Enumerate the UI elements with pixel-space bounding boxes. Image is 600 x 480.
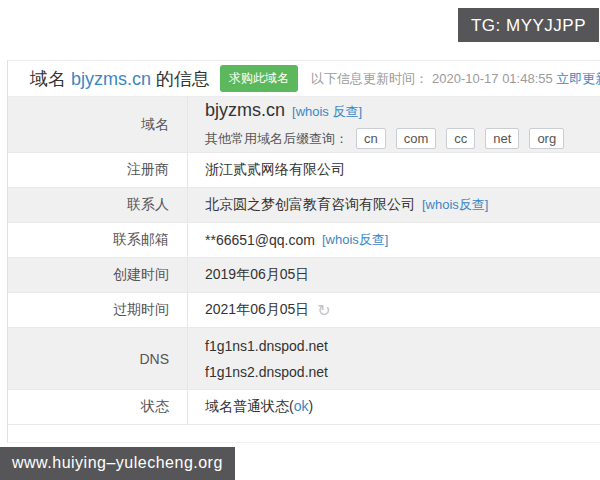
- watermark-url-badge: www.huiying–yulecheng.org: [0, 447, 235, 480]
- dns-server-2: f1g1ns2.dnspod.net: [205, 359, 328, 385]
- table-row-domain: 域名 bjyzms.cn [whois 反查] 其他常用域名后缀查询： cn c…: [8, 97, 600, 153]
- dns-server-1: f1g1ns1.dnspod.net: [205, 333, 328, 359]
- suffix-query-label: 其他常用域名后缀查询：: [205, 130, 348, 148]
- refresh-now-link[interactable]: 立即更新: [556, 71, 600, 86]
- suffix-button-org[interactable]: org: [529, 128, 564, 149]
- row-value-domain: bjyzms.cn [whois 反查] 其他常用域名后缀查询： cn com …: [188, 97, 600, 152]
- status-value-suffix: ): [308, 398, 313, 414]
- update-time-value: 2020-10-17 01:48:55: [432, 71, 553, 86]
- page-title: 域名bjyzms.cn的信息: [30, 67, 210, 91]
- row-label-contact: 联系人: [8, 188, 188, 222]
- registrar-value: 浙江贰贰网络有限公司: [205, 161, 345, 179]
- expiry-date-value: 2021年06月05日: [205, 301, 309, 319]
- email-value: **66651@qq.com: [205, 232, 315, 248]
- domain-name-text: bjyzms.cn: [205, 100, 285, 121]
- page-title-suffix: 的信息: [156, 69, 210, 89]
- page-title-domain: bjyzms.cn: [71, 69, 151, 89]
- row-label-created: 创建时间: [8, 258, 188, 292]
- suffix-button-cn[interactable]: cn: [356, 128, 386, 149]
- table-row-contact: 联系人 北京圆之梦创富教育咨询有限公司 [whois反查]: [8, 188, 600, 223]
- suffix-button-net[interactable]: net: [485, 128, 519, 149]
- whois-reverse-link-email[interactable]: [whois反查]: [322, 231, 388, 249]
- row-label-expiry: 过期时间: [8, 293, 188, 327]
- status-ok-link[interactable]: ok: [294, 398, 309, 414]
- status-value: 域名普通状态(ok): [205, 398, 313, 416]
- table-row-expiry: 过期时间 2021年06月05日 ↻: [8, 293, 600, 328]
- refresh-icon[interactable]: ↻: [317, 301, 330, 320]
- update-time-label: 以下信息更新时间：: [311, 71, 428, 86]
- created-date-value: 2019年06月05日: [205, 266, 309, 284]
- row-label-registrar: 注册商: [8, 153, 188, 187]
- row-label-dns: DNS: [8, 328, 188, 389]
- table-row-registrar: 注册商 浙江贰贰网络有限公司: [8, 153, 600, 188]
- panel-header: 域名bjyzms.cn的信息 求购此域名 以下信息更新时间：2020-10-17…: [8, 61, 600, 96]
- tg-contact-badge: TG: MYYJJPP: [458, 8, 599, 42]
- suffix-button-cc[interactable]: cc: [446, 128, 475, 149]
- whois-reverse-link-domain[interactable]: [whois 反查]: [292, 103, 362, 121]
- contact-value: 北京圆之梦创富教育咨询有限公司: [205, 196, 415, 214]
- whois-reverse-link-contact[interactable]: [whois反查]: [422, 196, 488, 214]
- table-row-email: 联系邮箱 **66651@qq.com [whois反查]: [8, 223, 600, 258]
- whois-info-table: 域名 bjyzms.cn [whois 反查] 其他常用域名后缀查询： cn c…: [8, 96, 600, 425]
- row-label-email: 联系邮箱: [8, 223, 188, 257]
- row-label-domain: 域名: [8, 97, 188, 152]
- table-row-created: 创建时间 2019年06月05日: [8, 258, 600, 293]
- buy-domain-button[interactable]: 求购此域名: [220, 65, 298, 92]
- page-title-prefix: 域名: [30, 69, 66, 89]
- table-row-dns: DNS f1g1ns1.dnspod.net f1g1ns2.dnspod.ne…: [8, 328, 600, 390]
- row-label-status: 状态: [8, 390, 188, 424]
- update-info: 以下信息更新时间：2020-10-17 01:48:55 立即更新: [311, 70, 600, 88]
- status-value-prefix: 域名普通状态(: [205, 398, 294, 414]
- table-row-status: 状态 域名普通状态(ok): [8, 390, 600, 425]
- whois-info-panel: 域名bjyzms.cn的信息 求购此域名 以下信息更新时间：2020-10-17…: [7, 60, 600, 443]
- suffix-button-com[interactable]: com: [396, 128, 437, 149]
